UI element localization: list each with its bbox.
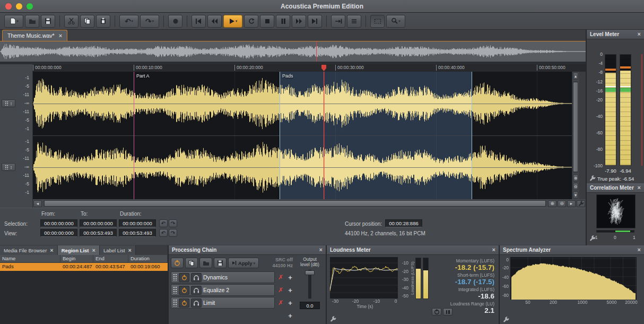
effect-monitor-button[interactable]	[191, 299, 202, 308]
close-panel-icon[interactable]: ×	[492, 247, 495, 253]
timeline-ruler[interactable]: 00:00:00:000 00:00:10:000 00:00:20:000 0…	[33, 64, 586, 72]
effect-power-button[interactable]	[179, 286, 189, 295]
wrench-icon[interactable]	[589, 235, 596, 242]
horizontal-scroll-track[interactable]	[43, 200, 546, 207]
chain-power-button[interactable]	[171, 258, 184, 268]
column-begin[interactable]: Begin	[60, 255, 93, 262]
close-panel-icon[interactable]: ×	[638, 31, 641, 37]
close-tab-icon[interactable]: ×	[128, 248, 132, 253]
view-redo-button[interactable]: ↷	[169, 229, 177, 237]
close-tab-icon[interactable]: ×	[92, 248, 95, 253]
add-effect-icon[interactable]: +	[286, 312, 294, 320]
vertical-zoom-out-button[interactable]: ⊖	[573, 183, 578, 190]
edit-list-tool-button[interactable]	[347, 15, 361, 28]
close-tab-icon[interactable]: ×	[59, 33, 62, 39]
chain-item-equalize[interactable]: Equalize 2	[171, 284, 275, 296]
vertical-scroll-track[interactable]	[573, 81, 578, 173]
channel-2-controls-button[interactable]: ↕	[2, 163, 15, 171]
remove-effect-icon[interactable]: ✗	[277, 286, 284, 294]
document-tab[interactable]: Theme Music.wav* ×	[2, 30, 67, 41]
column-name[interactable]: Name	[0, 255, 60, 262]
channel-1-controls-button[interactable]: ↕	[2, 99, 15, 107]
tab-label-list[interactable]: Label List×	[100, 245, 136, 255]
tab-region-list[interactable]: Region List×	[58, 245, 100, 255]
selection-redo-button[interactable]: ↷	[169, 219, 177, 227]
zoom-out-button[interactable]: ⊖	[558, 200, 566, 207]
slider-thumb[interactable]	[305, 270, 315, 275]
chain-save-button[interactable]	[214, 258, 227, 268]
effect-power-button[interactable]	[179, 299, 189, 308]
selection-undo-button[interactable]: ↶	[159, 219, 168, 227]
loop-playback-button[interactable]	[244, 15, 258, 28]
vertical-scroll-thumb[interactable]	[573, 82, 578, 172]
overview-waveform[interactable]	[0, 41, 586, 62]
selection-to-field[interactable]: 00:00:00:000	[80, 219, 117, 227]
wrench-icon[interactable]	[330, 316, 336, 322]
rewind-button[interactable]	[207, 15, 222, 28]
close-panel-icon[interactable]: ×	[638, 185, 641, 191]
fast-forward-button[interactable]	[292, 15, 306, 28]
selection-tool-button[interactable]	[370, 15, 385, 28]
scrollbar-settings-button[interactable]	[577, 200, 585, 207]
column-duration[interactable]: Duration	[128, 255, 168, 262]
cursor-position-field[interactable]: 00:00:28:886	[385, 219, 422, 227]
scrub-tool-button[interactable]	[331, 15, 345, 28]
chain-open-button[interactable]	[199, 258, 212, 268]
region-table-empty[interactable]	[0, 271, 168, 324]
drag-handle-icon[interactable]	[173, 274, 177, 281]
loudness-reset-button[interactable]	[432, 308, 441, 316]
selection-duration-field[interactable]: 00:00:00:000	[119, 219, 156, 227]
maximize-window-button[interactable]	[27, 3, 33, 10]
minimize-window-button[interactable]	[16, 3, 22, 10]
copy-button[interactable]	[80, 15, 94, 28]
go-to-start-button[interactable]	[192, 15, 206, 28]
waveform-view[interactable]: Part A Pads	[33, 72, 572, 199]
play-button[interactable]: ▾	[223, 15, 242, 28]
pause-button[interactable]	[276, 15, 290, 28]
vertical-scrollbar[interactable]: ▴ ⊕ ⊖ ▾	[572, 72, 579, 199]
column-end[interactable]: End	[93, 255, 128, 262]
tab-media-file-browser[interactable]: Media File Browser×	[0, 245, 58, 255]
playhead-marker[interactable]	[321, 65, 326, 71]
effect-monitor-button[interactable]	[191, 286, 202, 295]
close-tab-icon[interactable]: ×	[50, 248, 53, 253]
record-button[interactable]	[168, 15, 182, 28]
go-to-end-button[interactable]	[308, 15, 322, 28]
drag-handle-icon[interactable]	[173, 299, 177, 306]
view-duration-field[interactable]: 00:00:53:493	[119, 229, 156, 237]
view-to-field[interactable]: 00:00:53:493	[80, 229, 117, 237]
drag-handle-icon[interactable]	[173, 286, 177, 294]
open-file-button[interactable]	[25, 15, 39, 28]
new-file-button[interactable]: ▾	[4, 15, 23, 28]
close-panel-icon[interactable]: ×	[638, 247, 641, 253]
selection-from-field[interactable]: 00:00:00:000	[40, 219, 77, 227]
cut-button[interactable]	[64, 15, 79, 28]
add-effect-icon[interactable]: +	[286, 274, 294, 282]
view-undo-button[interactable]: ↶	[159, 229, 168, 237]
zoom-tool-button[interactable]: ▾	[386, 15, 405, 28]
waveform-canvas[interactable]	[33, 72, 572, 199]
redo-button[interactable]: ↷▾	[140, 15, 159, 28]
apply-button[interactable]: Apply▾	[228, 258, 259, 268]
output-level-value[interactable]: 0.0	[300, 302, 320, 309]
effect-monitor-button[interactable]	[191, 273, 202, 282]
wrench-icon[interactable]	[503, 317, 509, 323]
save-button[interactable]	[41, 15, 55, 28]
paste-button[interactable]	[96, 15, 110, 28]
output-level-slider[interactable]	[296, 269, 324, 300]
horizontal-scroll-thumb[interactable]	[44, 200, 546, 207]
region-table-header[interactable]: Name Begin End Duration	[0, 255, 168, 263]
vertical-zoom-in-button[interactable]: ⊕	[573, 174, 578, 182]
chain-item-limit[interactable]: Limit	[171, 297, 275, 309]
effect-power-button[interactable]	[179, 273, 189, 282]
chain-item-dynamics[interactable]: Dynamics	[171, 271, 275, 283]
chain-copy-button[interactable]	[185, 258, 198, 268]
remove-effect-icon[interactable]: ✗	[277, 274, 284, 281]
stop-button[interactable]	[260, 15, 274, 28]
wrench-icon[interactable]	[589, 175, 596, 182]
remove-effect-icon[interactable]: ✗	[277, 299, 284, 306]
undo-button[interactable]: ↶▾	[119, 15, 138, 28]
scroll-left-button[interactable]: ◂	[33, 200, 42, 207]
region-row-selected[interactable]: Pads 00:00:24:487 00:00:43:547 00:00:19:…	[0, 263, 168, 271]
zoom-in-button[interactable]: ⊕	[548, 200, 556, 207]
